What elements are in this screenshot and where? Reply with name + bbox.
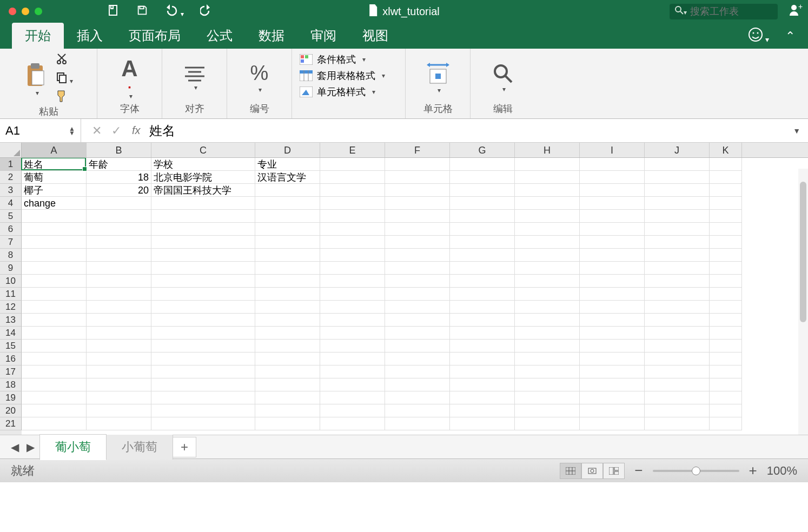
cell-J19[interactable] (645, 391, 710, 404)
cell-G14[interactable] (450, 327, 515, 340)
cell-C19[interactable] (151, 391, 255, 404)
cell-I19[interactable] (580, 391, 645, 404)
sheet-next-icon[interactable]: ▶ (27, 441, 35, 454)
vertical-scroll-thumb[interactable] (800, 182, 806, 322)
cell-B12[interactable] (87, 301, 151, 314)
font-button[interactable]: A▪▾ (121, 56, 137, 100)
cell-K14[interactable] (710, 327, 742, 340)
cell-G5[interactable] (450, 210, 515, 223)
formula-input[interactable] (146, 123, 786, 138)
zoom-slider[interactable] (653, 470, 739, 472)
cell-A19[interactable] (22, 391, 87, 404)
cell-I13[interactable] (580, 314, 645, 327)
number-format-button[interactable]: %▾ (250, 62, 269, 94)
cell-J18[interactable] (645, 378, 710, 391)
select-all-corner[interactable] (0, 143, 22, 157)
column-header-F[interactable]: F (385, 143, 450, 157)
cell-F10[interactable] (385, 275, 450, 288)
row-header-8[interactable]: 8 (0, 249, 22, 262)
cell-C5[interactable] (151, 210, 255, 223)
cell-J21[interactable] (645, 417, 710, 430)
cell-B5[interactable] (87, 210, 151, 223)
conditional-format-button[interactable]: 条件格式▾ (300, 53, 385, 66)
row-header-3[interactable]: 3 (0, 184, 22, 197)
cell-D10[interactable] (255, 275, 320, 288)
cell-C6[interactable] (151, 223, 255, 236)
fx-label[interactable]: fx (132, 124, 141, 137)
format-painter-icon[interactable] (56, 90, 73, 105)
undo-icon[interactable]: ▾ (164, 4, 184, 18)
smiley-feedback-icon[interactable]: ▾ (748, 27, 769, 45)
zoom-slider-thumb[interactable] (692, 467, 700, 475)
cut-icon[interactable] (56, 53, 73, 67)
cell-D14[interactable] (255, 327, 320, 340)
cell-H21[interactable] (515, 417, 580, 430)
collapse-ribbon-icon[interactable]: ⌃ (785, 29, 795, 43)
column-header-A[interactable]: A (22, 143, 87, 157)
cell-J5[interactable] (645, 210, 710, 223)
cell-F17[interactable] (385, 365, 450, 378)
cell-B19[interactable] (87, 391, 151, 404)
cell-K9[interactable] (710, 262, 742, 275)
cell-G6[interactable] (450, 223, 515, 236)
cell-D8[interactable] (255, 249, 320, 262)
cell-I21[interactable] (580, 417, 645, 430)
cell-E8[interactable] (320, 249, 385, 262)
cell-J10[interactable] (645, 275, 710, 288)
cell-E4[interactable] (320, 197, 385, 210)
paste-button[interactable]: ▾ (24, 61, 48, 97)
cell-I9[interactable] (580, 262, 645, 275)
cell-F15[interactable] (385, 340, 450, 353)
sheet-prev-icon[interactable]: ◀ (11, 441, 19, 454)
cell-F8[interactable] (385, 249, 450, 262)
cell-C4[interactable] (151, 197, 255, 210)
cell-C1[interactable]: 学校 (151, 158, 255, 171)
cell-C3[interactable]: 帝国国王科技大学 (151, 184, 255, 197)
cell-I6[interactable] (580, 223, 645, 236)
row-header-6[interactable]: 6 (0, 223, 22, 236)
close-window-button[interactable] (9, 8, 16, 15)
cell-F6[interactable] (385, 223, 450, 236)
row-header-15[interactable]: 15 (0, 340, 22, 353)
cell-G12[interactable] (450, 301, 515, 314)
cell-H3[interactable] (515, 184, 580, 197)
cell-I15[interactable] (580, 340, 645, 353)
cell-C18[interactable] (151, 378, 255, 391)
cell-I12[interactable] (580, 301, 645, 314)
cell-J9[interactable] (645, 262, 710, 275)
cell-E6[interactable] (320, 223, 385, 236)
cell-I2[interactable] (580, 171, 645, 184)
cell-E14[interactable] (320, 327, 385, 340)
cells-button[interactable]: ▾ (425, 62, 452, 94)
tab-formulas[interactable]: 公式 (194, 23, 246, 49)
cell-E10[interactable] (320, 275, 385, 288)
cell-H19[interactable] (515, 391, 580, 404)
row-header-20[interactable]: 20 (0, 404, 22, 417)
cell-F4[interactable] (385, 197, 450, 210)
cell-E17[interactable] (320, 365, 385, 378)
cell-H11[interactable] (515, 288, 580, 301)
column-header-H[interactable]: H (515, 143, 580, 157)
normal-view-button[interactable] (560, 463, 581, 479)
cell-I8[interactable] (580, 249, 645, 262)
cell-B20[interactable] (87, 404, 151, 417)
cell-B1[interactable]: 年龄 (87, 158, 151, 171)
cell-I1[interactable] (580, 158, 645, 171)
page-layout-view-button[interactable] (581, 463, 603, 479)
cell-G7[interactable] (450, 236, 515, 249)
tab-data[interactable]: 数据 (246, 23, 297, 49)
cell-D2[interactable]: 汉语言文学 (255, 171, 320, 184)
cell-D17[interactable] (255, 365, 320, 378)
column-header-D[interactable]: D (255, 143, 320, 157)
cell-J12[interactable] (645, 301, 710, 314)
cell-H6[interactable] (515, 223, 580, 236)
cell-K7[interactable] (710, 236, 742, 249)
row-header-10[interactable]: 10 (0, 275, 22, 288)
cell-D15[interactable] (255, 340, 320, 353)
row-header-17[interactable]: 17 (0, 365, 22, 378)
cell-C2[interactable]: 北京电影学院 (151, 171, 255, 184)
cell-C10[interactable] (151, 275, 255, 288)
cell-B10[interactable] (87, 275, 151, 288)
cell-F2[interactable] (385, 171, 450, 184)
cell-F9[interactable] (385, 262, 450, 275)
